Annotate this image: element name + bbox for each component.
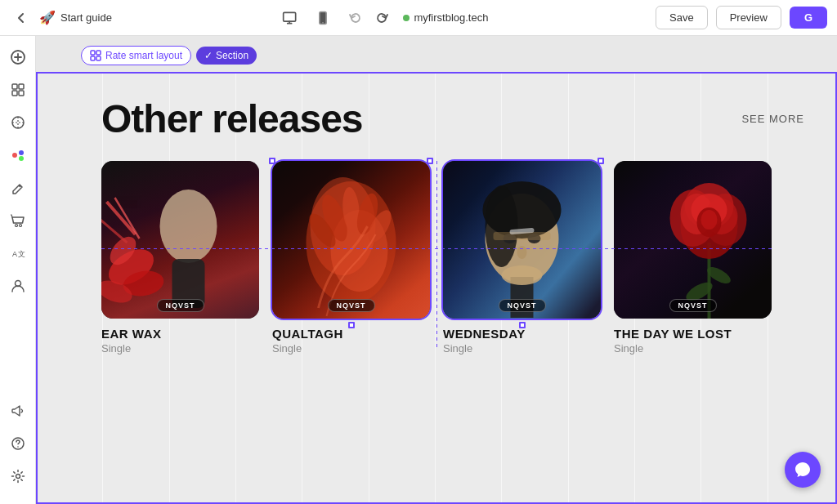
- sidebar-theme-button[interactable]: [3, 140, 33, 170]
- svg-rect-22: [91, 56, 95, 60]
- sidebar-help-button[interactable]: [3, 429, 33, 458]
- selection-handle-tl[interactable]: [269, 158, 275, 164]
- domain-indicator: myfirstblog.tech: [403, 11, 488, 24]
- canvas-area: Rate smart layout ✓ Section: [36, 36, 837, 504]
- smart-layout-icon: [90, 50, 101, 61]
- album-card-1[interactable]: NQVST EAR WAX Single: [101, 161, 259, 355]
- svg-point-12: [15, 225, 17, 227]
- topbar-center: myfirstblog.tech: [279, 7, 488, 29]
- sidebar-marketing-button[interactable]: [3, 396, 33, 426]
- see-more-link[interactable]: SEE MORE: [741, 113, 804, 125]
- svg-point-43: [486, 185, 518, 267]
- svg-point-24: [160, 190, 217, 263]
- sidebar-edit-button[interactable]: [3, 173, 33, 203]
- smart-layout-badge[interactable]: Rate smart layout: [81, 46, 191, 65]
- selection-handle-tr[interactable]: [427, 158, 433, 164]
- svg-rect-0: [284, 12, 296, 21]
- album-title-1: EAR WAX: [101, 327, 259, 341]
- left-sidebar: A文: [0, 36, 36, 504]
- start-guide-label: Start guide: [60, 11, 112, 24]
- desktop-device-button[interactable]: [279, 7, 302, 29]
- svg-point-9: [12, 153, 17, 158]
- domain-name: myfirstblog.tech: [414, 11, 488, 24]
- sidebar-members-button[interactable]: [3, 271, 33, 301]
- selection-toolbar: Rate smart layout ✓ Section: [81, 46, 257, 65]
- save-button[interactable]: Save: [656, 6, 708, 29]
- start-guide-button[interactable]: 🚀 Start guide: [39, 10, 112, 25]
- album-badge-1: NQVST: [156, 299, 204, 312]
- svg-point-62: [701, 210, 718, 230]
- album-image-wrap-4: NQVST: [614, 161, 772, 319]
- sidebar-add-button[interactable]: [3, 42, 33, 72]
- album-title-4: THE DAY WE LOST: [614, 327, 772, 341]
- back-button[interactable]: [10, 7, 33, 29]
- sidebar-bottom: [3, 396, 33, 497]
- preview-button[interactable]: Preview: [716, 6, 781, 29]
- svg-point-10: [19, 150, 24, 155]
- selection-handle-bm-3[interactable]: [519, 322, 526, 328]
- sidebar-design-button[interactable]: [3, 108, 33, 137]
- main-layout: A文: [0, 36, 837, 504]
- svg-point-19: [16, 475, 20, 479]
- sidebar-store-button[interactable]: [3, 206, 33, 235]
- svg-rect-5: [19, 84, 24, 89]
- svg-point-11: [19, 156, 24, 161]
- album-title-2: QUALTAGH: [272, 327, 430, 341]
- content-section: Other releases SEE MORE: [36, 72, 837, 379]
- sidebar-settings-button[interactable]: [3, 462, 33, 491]
- albums-grid: NQVST EAR WAX Single: [101, 161, 772, 355]
- chat-icon: [794, 461, 812, 479]
- undo-button[interactable]: [344, 7, 367, 29]
- publish-button[interactable]: G: [790, 7, 827, 29]
- mobile-device-button[interactable]: [311, 7, 334, 29]
- album-image-wrap-1: NQVST: [101, 161, 259, 319]
- topbar-left: 🚀 Start guide: [10, 7, 112, 29]
- section-title: Other releases: [101, 96, 363, 141]
- album-image-wrap-3: NQVST: [443, 161, 601, 319]
- check-icon: ✓: [204, 50, 213, 61]
- rocket-icon: 🚀: [39, 10, 56, 25]
- selection-handle-bm[interactable]: [348, 322, 355, 328]
- svg-point-18: [17, 446, 19, 448]
- svg-point-50: [502, 265, 543, 285]
- svg-rect-20: [91, 51, 95, 55]
- section-header: Other releases SEE MORE: [101, 96, 772, 141]
- svg-text:文: 文: [18, 250, 25, 258]
- domain-status-dot: [403, 15, 410, 21]
- sidebar-translate-button[interactable]: A文: [3, 239, 33, 268]
- album-badge-2: NQVST: [327, 299, 374, 312]
- svg-line-32: [115, 198, 140, 239]
- selection-handle-tr-3[interactable]: [598, 158, 604, 164]
- svg-point-47: [517, 246, 527, 259]
- svg-point-2: [323, 22, 325, 24]
- section-label: Section: [216, 50, 248, 61]
- topbar-right: Save Preview G: [656, 6, 827, 29]
- chat-button[interactable]: [785, 452, 821, 488]
- album-badge-3: NQVST: [498, 299, 545, 312]
- svg-rect-23: [96, 56, 101, 60]
- svg-point-8: [12, 117, 24, 128]
- album-badge-4: NQVST: [669, 299, 716, 312]
- svg-rect-6: [12, 91, 17, 96]
- album-type-1: Single: [101, 342, 259, 355]
- album-card-4[interactable]: NQVST THE DAY WE LOST Single: [614, 161, 772, 355]
- album-type-2: Single: [272, 342, 430, 355]
- album-image-wrap-2: NQVST: [272, 161, 430, 319]
- svg-point-13: [19, 225, 21, 227]
- svg-rect-7: [19, 91, 24, 96]
- sidebar-pages-button[interactable]: [3, 75, 33, 105]
- svg-text:A: A: [12, 250, 17, 258]
- album-card-3[interactable]: NQVST WEDNESDAY Single: [443, 161, 601, 355]
- undo-redo-group: [344, 7, 393, 29]
- album-title-3: WEDNESDAY: [443, 327, 601, 341]
- redo-button[interactable]: [370, 7, 393, 29]
- section-badge[interactable]: ✓ Section: [196, 47, 257, 65]
- page-content: Other releases SEE MORE: [36, 72, 837, 504]
- svg-rect-4: [12, 84, 17, 89]
- svg-rect-21: [96, 51, 101, 55]
- album-type-4: Single: [614, 342, 772, 355]
- topbar: 🚀 Start guide myfirstblog.tech Save Prev…: [0, 0, 837, 36]
- albums-grid-wrapper: NQVST EAR WAX Single: [101, 161, 772, 355]
- album-card-2[interactable]: NQVST QUALTAGH Single: [272, 161, 430, 355]
- smart-layout-label: Rate smart layout: [105, 50, 182, 61]
